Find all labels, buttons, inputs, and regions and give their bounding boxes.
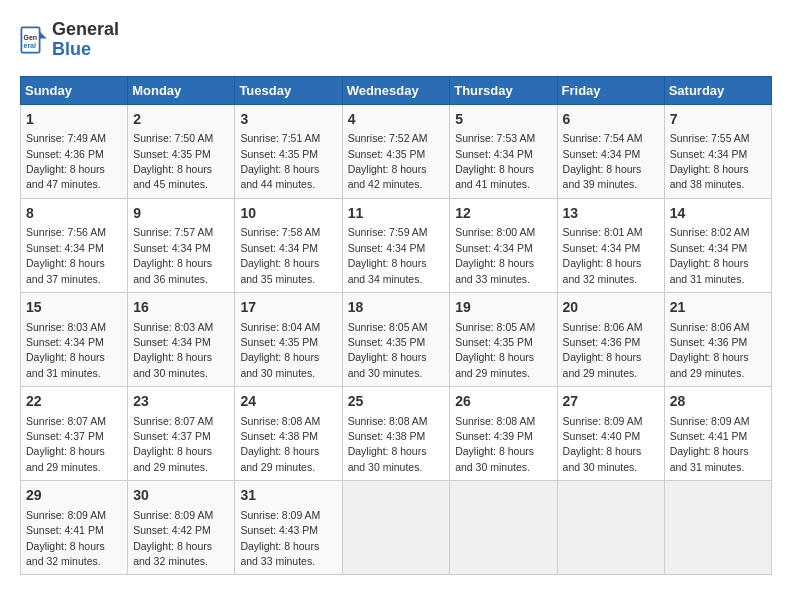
day-number: 30 [133,486,229,506]
day-number: 7 [670,110,766,130]
day-number: 10 [240,204,336,224]
svg-text:Gen: Gen [24,34,38,41]
calendar-cell: 9 Sunrise: 7:57 AMSunset: 4:34 PMDayligh… [128,198,235,292]
calendar-cell: 5 Sunrise: 7:53 AMSunset: 4:34 PMDayligh… [450,104,557,198]
calendar-cell: 13 Sunrise: 8:01 AMSunset: 4:34 PMDaylig… [557,198,664,292]
day-info: Sunrise: 8:08 AMSunset: 4:38 PMDaylight:… [348,415,428,473]
day-info: Sunrise: 8:06 AMSunset: 4:36 PMDaylight:… [563,321,643,379]
calendar-cell: 20 Sunrise: 8:06 AMSunset: 4:36 PMDaylig… [557,292,664,386]
day-info: Sunrise: 8:03 AMSunset: 4:34 PMDaylight:… [26,321,106,379]
day-info: Sunrise: 8:07 AMSunset: 4:37 PMDaylight:… [133,415,213,473]
calendar-cell: 15 Sunrise: 8:03 AMSunset: 4:34 PMDaylig… [21,292,128,386]
day-info: Sunrise: 7:54 AMSunset: 4:34 PMDaylight:… [563,132,643,190]
calendar-cell: 22 Sunrise: 8:07 AMSunset: 4:37 PMDaylig… [21,387,128,481]
svg-text:eral: eral [24,42,37,49]
day-number: 25 [348,392,445,412]
calendar-cell: 28 Sunrise: 8:09 AMSunset: 4:41 PMDaylig… [664,387,771,481]
day-number: 2 [133,110,229,130]
calendar-week-row: 8 Sunrise: 7:56 AMSunset: 4:34 PMDayligh… [21,198,772,292]
day-number: 21 [670,298,766,318]
day-number: 20 [563,298,659,318]
day-info: Sunrise: 8:09 AMSunset: 4:43 PMDaylight:… [240,509,320,567]
calendar-cell: 19 Sunrise: 8:05 AMSunset: 4:35 PMDaylig… [450,292,557,386]
calendar-cell: 16 Sunrise: 8:03 AMSunset: 4:34 PMDaylig… [128,292,235,386]
day-info: Sunrise: 8:06 AMSunset: 4:36 PMDaylight:… [670,321,750,379]
calendar-cell [557,481,664,575]
day-number: 13 [563,204,659,224]
day-info: Sunrise: 7:50 AMSunset: 4:35 PMDaylight:… [133,132,213,190]
calendar-cell: 14 Sunrise: 8:02 AMSunset: 4:34 PMDaylig… [664,198,771,292]
day-number: 9 [133,204,229,224]
calendar-cell: 6 Sunrise: 7:54 AMSunset: 4:34 PMDayligh… [557,104,664,198]
day-number: 12 [455,204,551,224]
day-number: 5 [455,110,551,130]
day-info: Sunrise: 7:51 AMSunset: 4:35 PMDaylight:… [240,132,320,190]
day-info: Sunrise: 8:00 AMSunset: 4:34 PMDaylight:… [455,226,535,284]
weekday-header-tuesday: Tuesday [235,76,342,104]
weekday-header-monday: Monday [128,76,235,104]
calendar-cell: 2 Sunrise: 7:50 AMSunset: 4:35 PMDayligh… [128,104,235,198]
day-info: Sunrise: 8:04 AMSunset: 4:35 PMDaylight:… [240,321,320,379]
day-info: Sunrise: 7:49 AMSunset: 4:36 PMDaylight:… [26,132,106,190]
day-number: 15 [26,298,122,318]
day-info: Sunrise: 7:56 AMSunset: 4:34 PMDaylight:… [26,226,106,284]
day-info: Sunrise: 7:53 AMSunset: 4:34 PMDaylight:… [455,132,535,190]
day-info: Sunrise: 8:01 AMSunset: 4:34 PMDaylight:… [563,226,643,284]
day-number: 29 [26,486,122,506]
day-info: Sunrise: 8:05 AMSunset: 4:35 PMDaylight:… [348,321,428,379]
day-info: Sunrise: 8:05 AMSunset: 4:35 PMDaylight:… [455,321,535,379]
calendar-cell: 4 Sunrise: 7:52 AMSunset: 4:35 PMDayligh… [342,104,450,198]
calendar-week-row: 29 Sunrise: 8:09 AMSunset: 4:41 PMDaylig… [21,481,772,575]
logo-text: General Blue [52,20,119,60]
calendar-week-row: 22 Sunrise: 8:07 AMSunset: 4:37 PMDaylig… [21,387,772,481]
calendar-cell [664,481,771,575]
calendar-cell [342,481,450,575]
day-number: 19 [455,298,551,318]
weekday-header-wednesday: Wednesday [342,76,450,104]
calendar-cell: 3 Sunrise: 7:51 AMSunset: 4:35 PMDayligh… [235,104,342,198]
day-info: Sunrise: 7:57 AMSunset: 4:34 PMDaylight:… [133,226,213,284]
day-number: 6 [563,110,659,130]
calendar-week-row: 1 Sunrise: 7:49 AMSunset: 4:36 PMDayligh… [21,104,772,198]
day-number: 14 [670,204,766,224]
day-info: Sunrise: 8:09 AMSunset: 4:41 PMDaylight:… [26,509,106,567]
day-number: 26 [455,392,551,412]
day-info: Sunrise: 7:55 AMSunset: 4:34 PMDaylight:… [670,132,750,190]
day-number: 24 [240,392,336,412]
day-number: 4 [348,110,445,130]
day-info: Sunrise: 8:02 AMSunset: 4:34 PMDaylight:… [670,226,750,284]
calendar-cell: 12 Sunrise: 8:00 AMSunset: 4:34 PMDaylig… [450,198,557,292]
calendar-cell: 18 Sunrise: 8:05 AMSunset: 4:35 PMDaylig… [342,292,450,386]
logo-icon: Gen eral [20,26,48,54]
day-info: Sunrise: 8:08 AMSunset: 4:38 PMDaylight:… [240,415,320,473]
day-number: 1 [26,110,122,130]
calendar-cell: 8 Sunrise: 7:56 AMSunset: 4:34 PMDayligh… [21,198,128,292]
day-number: 8 [26,204,122,224]
day-number: 11 [348,204,445,224]
day-info: Sunrise: 8:03 AMSunset: 4:34 PMDaylight:… [133,321,213,379]
calendar-cell: 31 Sunrise: 8:09 AMSunset: 4:43 PMDaylig… [235,481,342,575]
calendar-cell: 27 Sunrise: 8:09 AMSunset: 4:40 PMDaylig… [557,387,664,481]
calendar-cell: 24 Sunrise: 8:08 AMSunset: 4:38 PMDaylig… [235,387,342,481]
day-info: Sunrise: 8:09 AMSunset: 4:42 PMDaylight:… [133,509,213,567]
day-number: 18 [348,298,445,318]
calendar-cell [450,481,557,575]
day-info: Sunrise: 7:58 AMSunset: 4:34 PMDaylight:… [240,226,320,284]
day-number: 31 [240,486,336,506]
day-number: 17 [240,298,336,318]
day-info: Sunrise: 8:08 AMSunset: 4:39 PMDaylight:… [455,415,535,473]
day-number: 22 [26,392,122,412]
day-number: 28 [670,392,766,412]
calendar-cell: 10 Sunrise: 7:58 AMSunset: 4:34 PMDaylig… [235,198,342,292]
day-info: Sunrise: 7:52 AMSunset: 4:35 PMDaylight:… [348,132,428,190]
calendar-cell: 29 Sunrise: 8:09 AMSunset: 4:41 PMDaylig… [21,481,128,575]
calendar-cell: 11 Sunrise: 7:59 AMSunset: 4:34 PMDaylig… [342,198,450,292]
day-info: Sunrise: 8:09 AMSunset: 4:41 PMDaylight:… [670,415,750,473]
calendar-cell: 17 Sunrise: 8:04 AMSunset: 4:35 PMDaylig… [235,292,342,386]
calendar-cell: 7 Sunrise: 7:55 AMSunset: 4:34 PMDayligh… [664,104,771,198]
calendar-cell: 30 Sunrise: 8:09 AMSunset: 4:42 PMDaylig… [128,481,235,575]
day-info: Sunrise: 8:07 AMSunset: 4:37 PMDaylight:… [26,415,106,473]
calendar-cell: 23 Sunrise: 8:07 AMSunset: 4:37 PMDaylig… [128,387,235,481]
page-header: Gen eral General Blue [20,20,772,60]
weekday-header-saturday: Saturday [664,76,771,104]
